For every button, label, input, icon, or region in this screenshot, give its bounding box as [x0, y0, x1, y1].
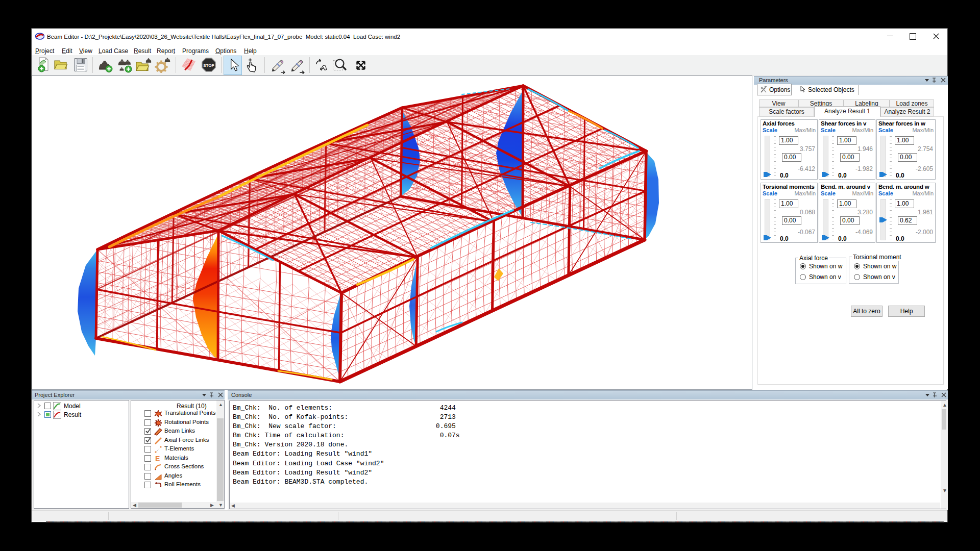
svg-text:STOP: STOP: [203, 63, 214, 68]
svg-text:E: E: [155, 455, 160, 463]
